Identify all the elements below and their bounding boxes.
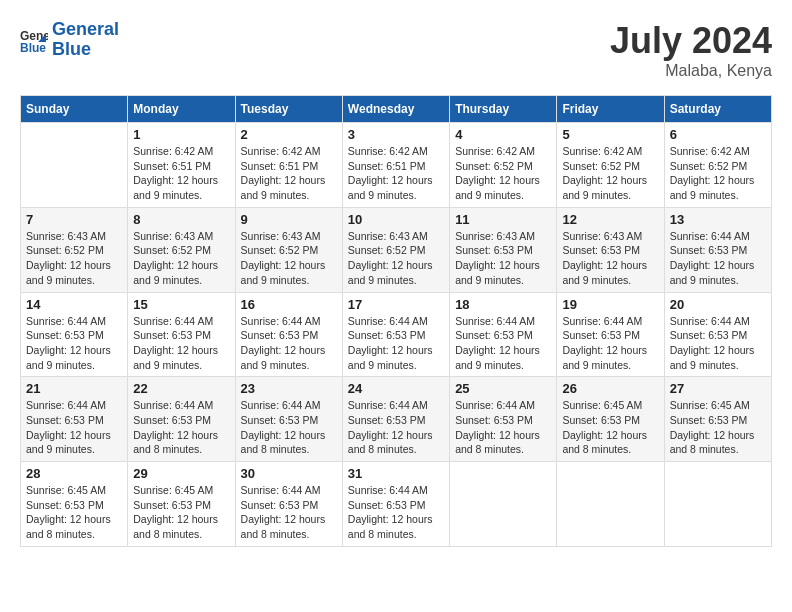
day-info: Sunrise: 6:42 AMSunset: 6:51 PMDaylight:… — [348, 144, 444, 203]
day-info: Sunrise: 6:42 AMSunset: 6:51 PMDaylight:… — [241, 144, 337, 203]
calendar-cell: 30Sunrise: 6:44 AMSunset: 6:53 PMDayligh… — [235, 462, 342, 547]
day-number: 12 — [562, 212, 658, 227]
logo-icon: General Blue — [20, 26, 48, 54]
calendar-cell: 3Sunrise: 6:42 AMSunset: 6:51 PMDaylight… — [342, 123, 449, 208]
calendar-cell: 28Sunrise: 6:45 AMSunset: 6:53 PMDayligh… — [21, 462, 128, 547]
day-number: 16 — [241, 297, 337, 312]
day-number: 7 — [26, 212, 122, 227]
day-number: 20 — [670, 297, 766, 312]
logo-text: General Blue — [52, 20, 119, 60]
day-number: 28 — [26, 466, 122, 481]
day-number: 31 — [348, 466, 444, 481]
day-number: 4 — [455, 127, 551, 142]
header-friday: Friday — [557, 96, 664, 123]
calendar-cell: 8Sunrise: 6:43 AMSunset: 6:52 PMDaylight… — [128, 207, 235, 292]
calendar-cell: 13Sunrise: 6:44 AMSunset: 6:53 PMDayligh… — [664, 207, 771, 292]
day-info: Sunrise: 6:43 AMSunset: 6:52 PMDaylight:… — [133, 229, 229, 288]
calendar-cell: 15Sunrise: 6:44 AMSunset: 6:53 PMDayligh… — [128, 292, 235, 377]
calendar-cell: 21Sunrise: 6:44 AMSunset: 6:53 PMDayligh… — [21, 377, 128, 462]
day-number: 9 — [241, 212, 337, 227]
day-info: Sunrise: 6:42 AMSunset: 6:52 PMDaylight:… — [562, 144, 658, 203]
day-info: Sunrise: 6:43 AMSunset: 6:53 PMDaylight:… — [455, 229, 551, 288]
calendar-cell: 31Sunrise: 6:44 AMSunset: 6:53 PMDayligh… — [342, 462, 449, 547]
day-number: 24 — [348, 381, 444, 396]
day-info: Sunrise: 6:43 AMSunset: 6:52 PMDaylight:… — [26, 229, 122, 288]
month-title: July 2024 — [610, 20, 772, 62]
calendar-cell: 26Sunrise: 6:45 AMSunset: 6:53 PMDayligh… — [557, 377, 664, 462]
calendar-cell: 11Sunrise: 6:43 AMSunset: 6:53 PMDayligh… — [450, 207, 557, 292]
calendar-cell — [664, 462, 771, 547]
day-info: Sunrise: 6:44 AMSunset: 6:53 PMDaylight:… — [670, 229, 766, 288]
day-number: 19 — [562, 297, 658, 312]
svg-text:Blue: Blue — [20, 41, 46, 54]
day-info: Sunrise: 6:44 AMSunset: 6:53 PMDaylight:… — [241, 398, 337, 457]
day-number: 22 — [133, 381, 229, 396]
calendar-cell: 25Sunrise: 6:44 AMSunset: 6:53 PMDayligh… — [450, 377, 557, 462]
calendar-cell: 16Sunrise: 6:44 AMSunset: 6:53 PMDayligh… — [235, 292, 342, 377]
calendar-cell: 1Sunrise: 6:42 AMSunset: 6:51 PMDaylight… — [128, 123, 235, 208]
page-header: General Blue General Blue July 2024 Mala… — [20, 20, 772, 80]
day-number: 27 — [670, 381, 766, 396]
day-number: 10 — [348, 212, 444, 227]
day-info: Sunrise: 6:44 AMSunset: 6:53 PMDaylight:… — [455, 398, 551, 457]
logo-general: General — [52, 19, 119, 39]
day-number: 13 — [670, 212, 766, 227]
week-row-3: 14Sunrise: 6:44 AMSunset: 6:53 PMDayligh… — [21, 292, 772, 377]
day-number: 25 — [455, 381, 551, 396]
day-info: Sunrise: 6:44 AMSunset: 6:53 PMDaylight:… — [670, 314, 766, 373]
calendar-cell: 29Sunrise: 6:45 AMSunset: 6:53 PMDayligh… — [128, 462, 235, 547]
day-number: 3 — [348, 127, 444, 142]
day-info: Sunrise: 6:44 AMSunset: 6:53 PMDaylight:… — [133, 398, 229, 457]
header-monday: Monday — [128, 96, 235, 123]
week-row-2: 7Sunrise: 6:43 AMSunset: 6:52 PMDaylight… — [21, 207, 772, 292]
day-info: Sunrise: 6:44 AMSunset: 6:53 PMDaylight:… — [348, 314, 444, 373]
calendar-table: SundayMondayTuesdayWednesdayThursdayFrid… — [20, 95, 772, 547]
day-number: 6 — [670, 127, 766, 142]
calendar-cell: 12Sunrise: 6:43 AMSunset: 6:53 PMDayligh… — [557, 207, 664, 292]
calendar-cell — [557, 462, 664, 547]
day-number: 15 — [133, 297, 229, 312]
calendar-cell — [450, 462, 557, 547]
header-thursday: Thursday — [450, 96, 557, 123]
day-number: 29 — [133, 466, 229, 481]
calendar-cell: 24Sunrise: 6:44 AMSunset: 6:53 PMDayligh… — [342, 377, 449, 462]
day-info: Sunrise: 6:44 AMSunset: 6:53 PMDaylight:… — [562, 314, 658, 373]
location-subtitle: Malaba, Kenya — [610, 62, 772, 80]
week-row-5: 28Sunrise: 6:45 AMSunset: 6:53 PMDayligh… — [21, 462, 772, 547]
calendar-cell: 9Sunrise: 6:43 AMSunset: 6:52 PMDaylight… — [235, 207, 342, 292]
day-number: 18 — [455, 297, 551, 312]
day-info: Sunrise: 6:45 AMSunset: 6:53 PMDaylight:… — [26, 483, 122, 542]
week-row-1: 1Sunrise: 6:42 AMSunset: 6:51 PMDaylight… — [21, 123, 772, 208]
day-info: Sunrise: 6:44 AMSunset: 6:53 PMDaylight:… — [241, 314, 337, 373]
calendar-cell: 23Sunrise: 6:44 AMSunset: 6:53 PMDayligh… — [235, 377, 342, 462]
day-number: 30 — [241, 466, 337, 481]
day-info: Sunrise: 6:42 AMSunset: 6:52 PMDaylight:… — [455, 144, 551, 203]
day-number: 17 — [348, 297, 444, 312]
day-info: Sunrise: 6:45 AMSunset: 6:53 PMDaylight:… — [670, 398, 766, 457]
day-info: Sunrise: 6:43 AMSunset: 6:52 PMDaylight:… — [348, 229, 444, 288]
calendar-cell: 7Sunrise: 6:43 AMSunset: 6:52 PMDaylight… — [21, 207, 128, 292]
day-number: 14 — [26, 297, 122, 312]
calendar-cell: 19Sunrise: 6:44 AMSunset: 6:53 PMDayligh… — [557, 292, 664, 377]
day-number: 23 — [241, 381, 337, 396]
logo-blue: Blue — [52, 39, 91, 59]
day-number: 11 — [455, 212, 551, 227]
calendar-cell: 10Sunrise: 6:43 AMSunset: 6:52 PMDayligh… — [342, 207, 449, 292]
header-row: SundayMondayTuesdayWednesdayThursdayFrid… — [21, 96, 772, 123]
day-info: Sunrise: 6:44 AMSunset: 6:53 PMDaylight:… — [26, 398, 122, 457]
header-sunday: Sunday — [21, 96, 128, 123]
day-number: 5 — [562, 127, 658, 142]
calendar-cell: 20Sunrise: 6:44 AMSunset: 6:53 PMDayligh… — [664, 292, 771, 377]
day-number: 2 — [241, 127, 337, 142]
calendar-cell: 22Sunrise: 6:44 AMSunset: 6:53 PMDayligh… — [128, 377, 235, 462]
day-info: Sunrise: 6:45 AMSunset: 6:53 PMDaylight:… — [562, 398, 658, 457]
calendar-cell: 18Sunrise: 6:44 AMSunset: 6:53 PMDayligh… — [450, 292, 557, 377]
day-info: Sunrise: 6:44 AMSunset: 6:53 PMDaylight:… — [241, 483, 337, 542]
week-row-4: 21Sunrise: 6:44 AMSunset: 6:53 PMDayligh… — [21, 377, 772, 462]
calendar-cell: 5Sunrise: 6:42 AMSunset: 6:52 PMDaylight… — [557, 123, 664, 208]
day-info: Sunrise: 6:45 AMSunset: 6:53 PMDaylight:… — [133, 483, 229, 542]
day-info: Sunrise: 6:44 AMSunset: 6:53 PMDaylight:… — [348, 398, 444, 457]
calendar-cell: 2Sunrise: 6:42 AMSunset: 6:51 PMDaylight… — [235, 123, 342, 208]
calendar-cell: 6Sunrise: 6:42 AMSunset: 6:52 PMDaylight… — [664, 123, 771, 208]
day-number: 21 — [26, 381, 122, 396]
